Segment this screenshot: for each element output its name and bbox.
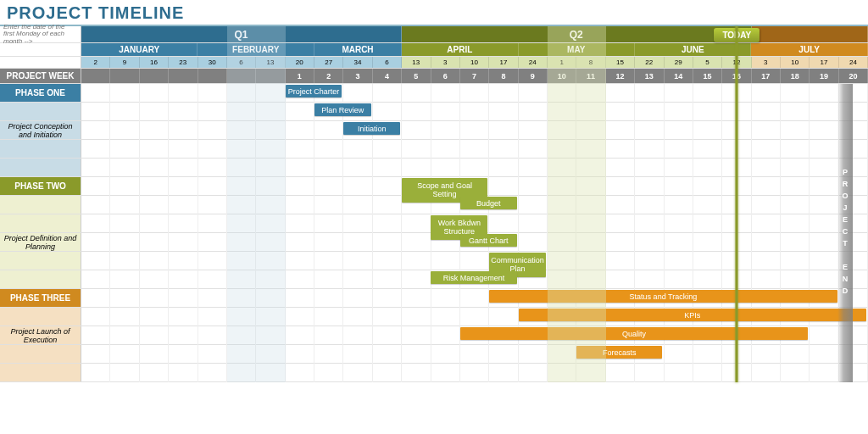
gantt-bar[interactable]: Status and Tracking: [489, 290, 837, 303]
date-cell[interactable]: 27: [314, 57, 343, 68]
week-cell: [198, 69, 227, 83]
quarter-q3: [752, 26, 868, 42]
gantt-bar[interactable]: Forecasts: [576, 346, 662, 359]
week-cell: [110, 69, 139, 83]
date-cell[interactable]: 24: [839, 57, 868, 68]
week-cell: 18: [781, 69, 810, 83]
week-cell: [140, 69, 169, 83]
phase-body: [0, 308, 81, 326]
project-week-label: PROJECT WEEK: [0, 69, 81, 83]
project-end-label: PROJECT END: [841, 168, 849, 298]
month-may: MAY: [519, 43, 635, 56]
page-title: PROJECT TIMELINE: [0, 0, 868, 26]
week-cell: 17: [752, 69, 781, 83]
date-entry-note: Enter the date of the first Monday of ea…: [0, 26, 81, 42]
date-cell[interactable]: 34: [343, 57, 372, 68]
date-cell[interactable]: 17: [489, 57, 518, 68]
date-cell[interactable]: 9: [110, 57, 139, 68]
phase-body: Project Launch of Execution: [0, 326, 81, 344]
week-cell: 11: [576, 69, 605, 83]
date-cell[interactable]: 29: [665, 57, 693, 68]
phase-header: PHASE TWO: [0, 177, 81, 195]
phase-body: [0, 140, 81, 158]
week-cell: 15: [693, 69, 722, 83]
gantt-bar[interactable]: Risk Management: [431, 271, 516, 284]
week-cell: 12: [606, 69, 635, 83]
date-cell[interactable]: 13: [256, 57, 285, 68]
project-end-marker: PROJECT END: [837, 84, 853, 382]
month-january: JANUARY: [81, 43, 198, 56]
week-cell: 5: [402, 69, 431, 83]
gantt-bar[interactable]: KPIs: [519, 309, 866, 321]
phase-body: [0, 103, 81, 120]
phase-header: PHASE THREE: [0, 289, 81, 307]
week-cell: 19: [810, 69, 838, 83]
week-cell: 7: [460, 69, 489, 83]
gantt-bar[interactable]: Budget: [460, 197, 517, 209]
week-cell: [81, 69, 110, 83]
phase-body: [0, 196, 81, 214]
date-cell[interactable]: 30: [198, 57, 227, 68]
date-cell[interactable]: 10: [781, 57, 810, 68]
week-cell: 13: [635, 69, 664, 83]
month-row-label: [0, 43, 81, 56]
week-cell: 20: [839, 69, 868, 83]
date-cell[interactable]: 20: [286, 57, 314, 68]
today-line: [736, 26, 738, 382]
date-cell[interactable]: 6: [373, 57, 402, 68]
month-june: JUNE: [635, 43, 751, 56]
week-cell: 3: [343, 69, 372, 83]
month-april: APRIL: [402, 43, 518, 56]
date-cell[interactable]: 13: [402, 57, 431, 68]
week-cell: 9: [519, 69, 548, 83]
phase-body: Project Definition and Planning: [0, 233, 81, 251]
week-cell: [169, 69, 198, 83]
gantt-bar[interactable]: Gantt Chart: [460, 234, 517, 247]
date-cell[interactable]: 22: [635, 57, 664, 68]
week-cell: [256, 69, 285, 83]
date-cell[interactable]: 10: [460, 57, 489, 68]
phase-header: PHASE ONE: [0, 84, 81, 102]
week-cell: 6: [431, 69, 460, 83]
phase-body: Project Conception and Initiation: [0, 121, 81, 139]
gantt-bar[interactable]: Initiation: [343, 122, 400, 135]
phase-body: [0, 345, 81, 363]
week-cell: 4: [373, 69, 402, 83]
month-july: JULY: [751, 43, 867, 56]
gantt-bar[interactable]: Plan Review: [314, 103, 371, 116]
date-cell[interactable]: 5: [693, 57, 722, 68]
date-cell[interactable]: 6: [227, 57, 256, 68]
date-row-label: [0, 57, 81, 68]
date-cell[interactable]: 1: [548, 57, 576, 68]
week-cell: [227, 69, 256, 83]
gantt-bar[interactable]: Project Charter: [286, 85, 342, 97]
date-cell[interactable]: 17: [810, 57, 838, 68]
phase-body: [0, 270, 81, 288]
quarter-Q2: Q2: [402, 26, 751, 42]
date-cell[interactable]: 15: [606, 57, 635, 68]
date-cell[interactable]: 8: [576, 57, 605, 68]
week-cell: 1: [286, 69, 314, 83]
phase-body: [0, 214, 81, 232]
date-cell[interactable]: 2: [81, 57, 110, 68]
date-cell[interactable]: 3: [752, 57, 781, 68]
date-cell[interactable]: 24: [519, 57, 548, 68]
phase-body: [0, 159, 81, 176]
quarter-Q1: Q1: [81, 26, 402, 42]
date-cell[interactable]: 3: [431, 57, 460, 68]
week-cell: 8: [489, 69, 518, 83]
date-cell[interactable]: 23: [169, 57, 198, 68]
week-cell: 2: [314, 69, 343, 83]
week-cell: 14: [665, 69, 693, 83]
date-cell[interactable]: 16: [140, 57, 169, 68]
gantt-bar[interactable]: Quality: [460, 327, 808, 340]
gantt-chart: Enter the date of the first Monday of ea…: [0, 26, 868, 382]
month-february: FEBRUARY: [198, 43, 314, 56]
phase-body: [0, 364, 81, 381]
week-cell: 10: [548, 69, 576, 83]
month-march: MARCH: [314, 43, 402, 56]
phase-body: [0, 252, 81, 270]
